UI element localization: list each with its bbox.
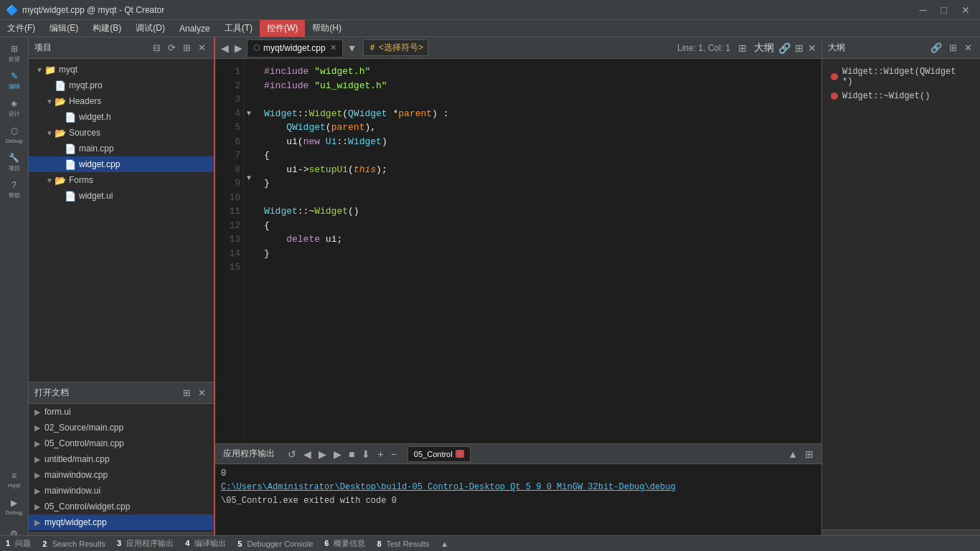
tree-label-sources: Sources (69, 128, 100, 138)
doc-label-mainwindow-ui: mainwindow.ui (44, 486, 100, 496)
output-tabs: 05_Control ✕ (407, 446, 471, 462)
open-docs-expand[interactable]: ⊞ (181, 387, 193, 398)
maximize-button[interactable]: □ (937, 4, 951, 16)
outline-link-btn[interactable]: 🔗 (776, 42, 793, 54)
fold-1 (244, 65, 254, 75)
tab-close-widget-cpp[interactable]: ✕ (330, 43, 336, 52)
sidebar-design[interactable]: ◈ 设计 (1, 95, 27, 121)
sidebar-help[interactable]: ? 帮助 (1, 176, 27, 202)
sidebar-debug[interactable]: ⬡ Debug (1, 122, 27, 148)
output-save-btn[interactable]: ⬇ (359, 448, 372, 460)
status-label-compile: 编译输出 (194, 539, 226, 547)
minimize-button[interactable]: ─ (915, 4, 931, 16)
output-maximize-btn[interactable]: ⊞ (803, 448, 816, 460)
menu-file[interactable]: 文件(F) (0, 20, 42, 37)
sync-btn[interactable]: ⟳ (166, 42, 178, 53)
doc-item-mainwindow-cpp[interactable]: ▶ mainwindow.cpp (29, 467, 214, 483)
open-docs-close[interactable]: ✕ (196, 387, 208, 398)
tab-menu-btn[interactable]: ▼ (344, 42, 360, 54)
tree-item-widget-cpp[interactable]: 📄 widget.cpp (29, 156, 214, 172)
output-remove-btn[interactable]: − (389, 448, 399, 460)
output-scroll-up-btn[interactable]: ▲ (786, 448, 800, 460)
output-tab-05control[interactable]: 05_Control ✕ (407, 446, 471, 462)
sidebar-edit[interactable]: ✎ 编辑 (1, 67, 27, 93)
output-path-link[interactable]: C:\Users\Administrator\Desktop\build-05_… (221, 482, 676, 492)
outline-item-destructor[interactable]: Widget::~Widget() (828, 89, 974, 103)
tree-item-headers[interactable]: ▼ 📂 Headers (29, 93, 214, 109)
outline-close-btn2[interactable]: ✕ (962, 42, 974, 53)
project-icon-myqt: 📁 (44, 65, 56, 75)
code-editor[interactable]: #include "widget.h" #include "ui_widget.… (255, 59, 821, 443)
expand-btn[interactable]: ⊞ (181, 42, 193, 53)
status-debugger[interactable]: 5 Debugger Console (237, 540, 313, 548)
menu-widgets[interactable]: 控件(W) (260, 20, 305, 37)
status-problems[interactable]: 1 问题 (6, 538, 31, 549)
window-title: myqt/widget.cpp @ myqt - Qt Creator (22, 5, 915, 15)
tree-item-pro[interactable]: 📄 myqt.pro (29, 77, 214, 93)
doc-icon-05-main: ▶ (34, 439, 40, 448)
output-prev-btn[interactable]: ◀ (301, 448, 314, 460)
menu-analyze[interactable]: Analyze (172, 20, 217, 37)
outline-close-btn[interactable]: ✕ (806, 42, 819, 54)
status-compile[interactable]: 4 编译输出 (185, 538, 226, 549)
tree-item-forms[interactable]: ▼ 📂 Forms (29, 172, 214, 188)
doc-item-untitled-main[interactable]: ▶ untitled/main.cpp (29, 451, 214, 467)
editor-tab-widget-cpp[interactable]: ⬡ myqt/widget.cpp ✕ (247, 39, 343, 57)
doc-icon-untitled-main: ▶ (34, 455, 40, 464)
nav-back-btn[interactable]: ◀ (218, 42, 232, 54)
sidebar-welcome[interactable]: ⊞ 欢迎 (1, 40, 27, 66)
line-num-6: 6 (218, 135, 240, 149)
outline-link-btn2[interactable]: 🔗 (928, 42, 944, 53)
status-tests[interactable]: 8 Test Results (377, 540, 429, 548)
sidebar-myqt[interactable]: ≡ myqt (1, 466, 27, 492)
fold-12 (244, 183, 254, 194)
output-next-btn[interactable]: ▶ (316, 448, 329, 460)
tree-item-sources[interactable]: ▼ 📂 Sources (29, 125, 214, 141)
doc-item-form-ui[interactable]: ▶ form.ui (29, 404, 214, 420)
tree-item-myqt[interactable]: ▼ 📁 myqt (29, 62, 214, 77)
fold-8 (244, 140, 254, 151)
tree-item-widget-ui[interactable]: 📄 widget.ui (29, 188, 214, 204)
fold-11[interactable]: ▼ (244, 172, 254, 183)
doc-item-05-main[interactable]: ▶ 05_Control/main.cpp (29, 435, 214, 451)
doc-icon-form-ui: ▶ (34, 408, 40, 417)
myqt-label: myqt (8, 482, 20, 489)
status-arrow[interactable]: ▲ (440, 540, 448, 548)
menu-tools[interactable]: 工具(T) (217, 20, 260, 37)
tree-item-main-cpp[interactable]: 📄 main.cpp (29, 141, 214, 156)
outline-item-constructor[interactable]: Widget::Widget(QWidget *) (828, 65, 974, 89)
doc-item-mainwindow-ui[interactable]: ▶ mainwindow.ui (29, 483, 214, 499)
doc-icon-02-main: ▶ (34, 423, 40, 433)
output-add-btn[interactable]: + (375, 448, 385, 460)
status-search[interactable]: 2 Search Results (42, 540, 105, 548)
output-stop-btn[interactable]: ■ (347, 448, 357, 460)
doc-icon-mainwindow-cpp: ▶ (34, 471, 40, 480)
doc-item-05-widget[interactable]: ▶ 05_Control/widget.cpp (29, 499, 214, 514)
status-app-output[interactable]: 3 应用程序输出 (117, 538, 174, 549)
menu-debug[interactable]: 调试(D) (128, 20, 172, 37)
close-button[interactable]: ✕ (957, 4, 974, 16)
tree-item-widget-h[interactable]: 📄 widget.h (29, 109, 214, 125)
menu-edit[interactable]: 编辑(E) (42, 20, 85, 37)
tree-label-widget-cpp: widget.cpp (79, 159, 120, 169)
sidebar-project[interactable]: 🔧 项目 (1, 149, 27, 175)
sidebar-run[interactable]: ▶ Debug (1, 494, 27, 519)
status-overview[interactable]: 6 概要信息 (324, 538, 365, 549)
fold-5[interactable]: ▼ (244, 108, 254, 118)
doc-item-02-main[interactable]: ▶ 02_Source/main.cpp (29, 420, 214, 435)
split-btn[interactable]: ⊞ (736, 42, 749, 54)
nav-forward-btn[interactable]: ▶ (232, 42, 245, 54)
menu-help[interactable]: 帮助(H) (305, 20, 349, 37)
outline-add-btn[interactable]: ⊞ (793, 42, 806, 54)
doc-item-myqt-widget[interactable]: ▶ myqt/widget.cpp (29, 514, 214, 530)
close-panel-btn[interactable]: ✕ (196, 42, 208, 53)
filter-btn[interactable]: ⊟ (151, 42, 163, 53)
outline-add-btn2[interactable]: ⊞ (947, 42, 959, 53)
menu-build[interactable]: 构建(B) (85, 20, 128, 37)
tree-arrow-headers: ▼ (44, 98, 55, 105)
output-tab-close-05control[interactable]: ✕ (456, 450, 464, 458)
symbol-selector[interactable]: ＃ <选择符号> (363, 39, 428, 56)
output-run-btn[interactable]: ▶ (331, 448, 344, 460)
output-rerun-btn[interactable]: ↺ (286, 448, 298, 460)
output-panel-title: 应用程序输出 (221, 448, 277, 460)
